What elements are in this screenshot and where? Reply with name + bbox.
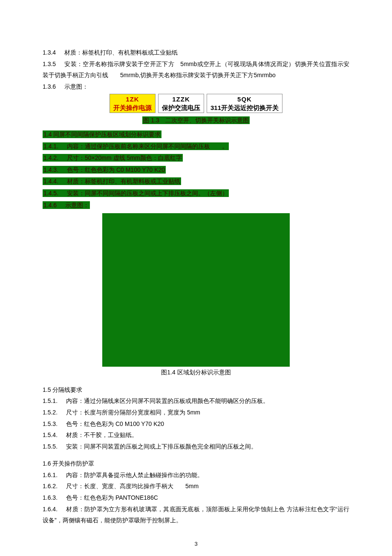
- label-1zzk-title: 1ZZK: [162, 95, 200, 104]
- num-1-4-6: 1.4.6: [43, 202, 57, 208]
- item-1-6-1: 1.6.1.内容：防护罩具备提示他人禁止触碰操作出的功能。: [43, 469, 349, 481]
- item-1-4-4: 1.4.4.材质：标签机打印、有机塑料板或工业贴纸: [43, 176, 349, 187]
- item-1-3-5: 1.3.5安装：空开名称指示牌安装于空开正下方 5mmb或空开上（可视现场具体情…: [43, 58, 349, 81]
- num-1-4-4: 1.4.4.: [43, 178, 58, 185]
- num-1-6-2: 1.6.2.: [43, 483, 58, 489]
- text-1-4: 1.4 同屏不同间隔保护压板区域划分标识要求: [43, 130, 161, 138]
- item-1-3-6: 1.3.6示意图：: [43, 81, 349, 93]
- text-1-6-1: 内容：防护罩具备提示他人禁止触碰操作出的功能。: [66, 472, 203, 478]
- section-1-6-title: 1.6 开关操作防护罩: [43, 458, 349, 469]
- label-1zk-title: 1ZK: [113, 95, 152, 104]
- text-1-4-5: 安装：同屏不同间隔的压板之间或上下排压板之间。（左侧）: [67, 190, 228, 197]
- text-1-4-2: 尺寸：50×20mm 虚线 5mm颜色：白底红字: [67, 154, 182, 161]
- item-1-6-2: 1.6.2.尺寸：长度、宽度、高度均比操作手柄大 5mm: [43, 481, 349, 492]
- num-1-6-3: 1.6.3.: [43, 494, 58, 501]
- text-1-6-4: 材质：防护罩为立方形有机玻璃罩，其底面无底板，顶部面板上采用化学蚀刻上色 方法标…: [43, 506, 349, 524]
- item-1-5-3: 1.5.3.色号：红色色彩为 C0 M100 Y70 K20: [43, 418, 349, 430]
- text-1-3-6: 示意图：: [64, 83, 88, 90]
- label-1zk-sub: 开关操作电源: [113, 104, 152, 112]
- item-1-3-4: 1.3.4材质：标签机打印、有机塑料板或工业贴纸: [43, 47, 349, 58]
- label-1zk: 1ZK 开关操作电源: [110, 94, 156, 113]
- text-1-6-3: 色号：红色色彩为 PANTONE186C: [66, 494, 158, 501]
- text-1-4-1: 内容：通过保护压板前名称来区分同屏不同间隔的压板 。: [67, 143, 228, 150]
- figure-1-3-labels: 1ZK 开关操作电源 1ZZK 保护交流电压 5QK 311开关远近控切换开关: [43, 94, 349, 113]
- text-1-4-4: 材质：标签机打印、有机塑料板或工业贴纸: [67, 178, 180, 185]
- num-1-5-5: 1.5.5.: [43, 443, 58, 450]
- text-1-4-6: 示意图：: [65, 202, 89, 208]
- label-5qk: 5QK 311开关远近控切换开关: [207, 94, 282, 113]
- label-5qk-title: 5QK: [210, 95, 279, 104]
- num-1-5-2: 1.5.2.: [43, 409, 58, 416]
- text-1-4-3: 色号：红色色彩为 C0 M100 Y70 K20: [67, 166, 165, 173]
- text-1-5-5: 安装：同屏不同装置的压板之间或上下排压板颜色完全相同的压板之间。: [66, 443, 257, 450]
- item-1-5-2: 1.5.2.尺寸：长度与所需分隔部分宽度相同，宽度为 5mm: [43, 407, 349, 418]
- label-1zzk: 1ZZK 保护交流电压: [158, 94, 204, 113]
- item-1-4-2: 1.4.2.尺寸：50×20mm 虚线 5mm颜色：白底红字: [43, 152, 349, 164]
- figure-1-3-caption-text: 图 1.3 二次空开、切换开关标识示意图: [142, 116, 249, 124]
- figure-1-4-image: [102, 213, 290, 367]
- text-1-5-4: 材质：不干胶，工业贴纸。: [66, 431, 138, 438]
- label-5qk-sub: 311开关远近控切换开关: [210, 104, 279, 112]
- figure-1-3-caption: 图 1.3 二次空开、切换开关标识示意图: [43, 115, 349, 126]
- item-1-6-3: 1.6.3.色号：红色色彩为 PANTONE186C: [43, 492, 349, 504]
- num-1-3-6: 1.3.6: [43, 83, 56, 90]
- num-1-6-1: 1.6.1.: [43, 472, 58, 478]
- num-1-3-5: 1.3.5: [43, 61, 56, 67]
- num-1-3-4: 1.3.4: [43, 49, 56, 56]
- text-1-6-2: 尺寸：长度、宽度、高度均比操作手柄大 5mm: [66, 483, 199, 489]
- text-1-5-2: 尺寸：长度与所需分隔部分宽度相同，宽度为 5mm: [66, 409, 200, 416]
- item-1-6-4: 1.6.4.材质：防护罩为立方形有机玻璃罩，其底面无底板，顶部面板上采用化学蚀刻…: [43, 504, 349, 526]
- num-1-5-1: 1.5.1.: [43, 397, 58, 404]
- item-1-4-1: 1.4.1.内容：通过保护压板前名称来区分同屏不同间隔的压板 。: [43, 141, 349, 152]
- num-1-5-3: 1.5.3.: [43, 420, 58, 427]
- num-1-5-4: 1.5.4.: [43, 431, 58, 438]
- item-1-4-5: 1.4.5.安装：同屏不同间隔的压板之间或上下排压板之间。（左侧）: [43, 188, 349, 199]
- item-1-5-5: 1.5.5.安装：同屏不同装置的压板之间或上下排压板颜色完全相同的压板之间。: [43, 441, 349, 452]
- item-1-5-1: 1.5.1.内容：通过分隔线来区分同屏不同装置的压板或用颜色不能明确区分的压板。: [43, 395, 349, 407]
- item-1-4-6: 1.4.6示意图：: [43, 200, 349, 211]
- section-1-5-title: 1.5 分隔线要求: [43, 384, 349, 396]
- text-1-5-1: 内容：通过分隔线来区分同屏不同装置的压板或用颜色不能明确区分的压板。: [66, 397, 269, 404]
- num-1-4-5: 1.4.5.: [43, 190, 58, 197]
- label-1zzk-sub: 保护交流电压: [162, 104, 200, 112]
- text-1-3-4: 材质：标签机打印、有机塑料板或工业贴纸: [64, 49, 178, 56]
- page-number: 3: [43, 539, 349, 550]
- num-1-6-4: 1.6.4.: [43, 506, 58, 513]
- num-1-4-1: 1.4.1.: [43, 143, 58, 150]
- num-1-4-2: 1.4.2.: [43, 154, 58, 161]
- text-1-3-5: 安装：空开名称指示牌安装于空开正下方 5mmb或空开上（可视现场具体情况而定）切…: [43, 61, 349, 79]
- figure-1-4-caption: 图1.4 区域划分标识示意图: [43, 367, 349, 378]
- item-1-4: 1.4 同屏不同间隔保护压板区域划分标识要求: [43, 129, 349, 140]
- item-1-4-3: 1.4.3.色号：红色色彩为 C0 M100 Y70 K20: [43, 164, 349, 176]
- text-1-5-3: 色号：红色色彩为 C0 M100 Y70 K20: [66, 420, 164, 427]
- item-1-5-4: 1.5.4.材质：不干胶，工业贴纸。: [43, 429, 349, 441]
- num-1-4-3: 1.4.3.: [43, 166, 58, 173]
